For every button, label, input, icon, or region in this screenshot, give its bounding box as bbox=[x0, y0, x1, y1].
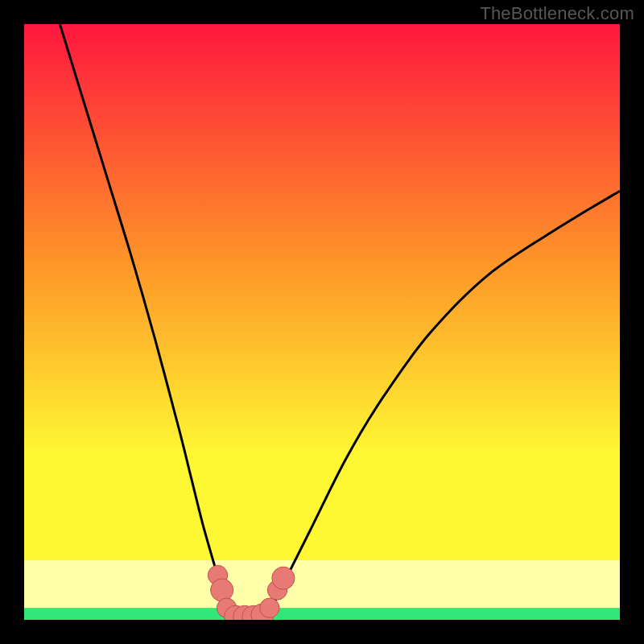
curve-marker bbox=[260, 598, 279, 617]
plot-area bbox=[24, 24, 620, 620]
yellow-band bbox=[24, 560, 620, 608]
curve-marker bbox=[272, 567, 295, 589]
chart-svg bbox=[24, 24, 620, 620]
chart-frame: TheBottleneck.com bbox=[0, 0, 644, 644]
curve-marker bbox=[211, 579, 233, 601]
green-band bbox=[24, 608, 620, 620]
gradient-background bbox=[24, 24, 620, 620]
watermark-text: TheBottleneck.com bbox=[480, 3, 634, 24]
